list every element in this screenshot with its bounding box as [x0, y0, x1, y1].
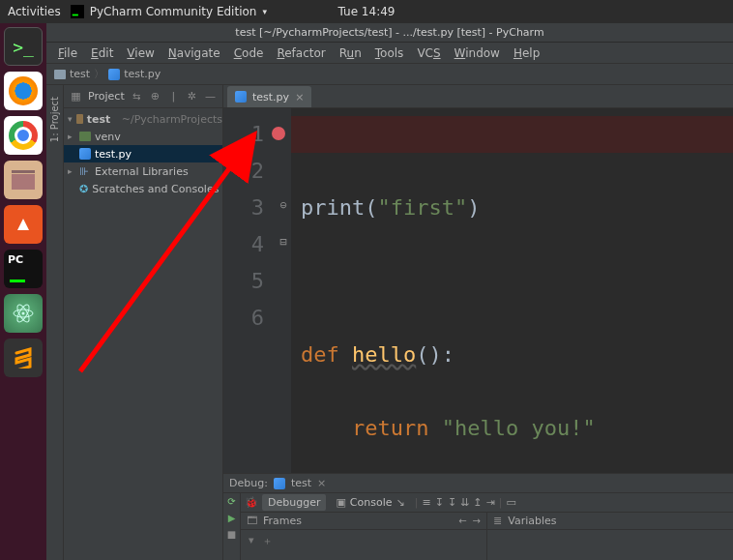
project-tool-window: ▦ Project ⇆ ⊕ | ✲ — ▾ test ~/PycharmProj…: [64, 85, 223, 560]
fold-icon[interactable]: ⊖: [278, 199, 289, 211]
line-number[interactable]: 5: [229, 263, 264, 300]
python-file-icon: [108, 69, 120, 80]
tree-venv[interactable]: ▸ venv: [64, 128, 222, 145]
menu-window[interactable]: Window: [449, 44, 506, 62]
folder-icon: [76, 114, 83, 124]
python-file-icon: [79, 148, 91, 160]
hide-icon[interactable]: —: [204, 90, 217, 103]
project-view-icon: ▦: [70, 90, 82, 103]
python-file-icon: [235, 91, 247, 103]
activities-button[interactable]: Activities: [8, 5, 61, 18]
debug-tool-window: Debug: test × ⟳ ▶ ■ 🐞 Debugger: [223, 473, 733, 560]
clock[interactable]: Tue 14:49: [338, 5, 396, 18]
debugger-tab[interactable]: Debugger: [262, 494, 326, 511]
add-icon[interactable]: ＋: [262, 534, 273, 548]
gear-icon[interactable]: ✲: [186, 90, 198, 103]
divider-icon: |: [167, 90, 180, 103]
editor-tab-testpy[interactable]: test.py ×: [227, 86, 311, 107]
breadcrumb-file[interactable]: test.py: [108, 68, 161, 80]
force-step-icon[interactable]: ⇊: [460, 496, 469, 509]
launcher-software-icon[interactable]: [4, 205, 43, 244]
project-tool-header: ▦ Project ⇆ ⊕ | ✲ —: [64, 85, 222, 108]
step-over-icon[interactable]: ≡: [422, 496, 430, 509]
tree-scratches[interactable]: ✪ Scratches and Consoles: [64, 180, 222, 197]
frames-label: Frames: [263, 515, 453, 527]
thread-dropdown[interactable]: ▾: [249, 534, 254, 548]
prev-frame-icon[interactable]: ←: [458, 516, 466, 526]
tree-external-libraries[interactable]: ▸ ⊪ External Libraries: [64, 162, 222, 180]
line-number[interactable]: 1: [229, 116, 264, 153]
gutter[interactable]: 1 2 3 4 5 6 ⊖ ⊟: [223, 108, 291, 473]
attach-icon[interactable]: ↘: [396, 496, 405, 509]
breadcrumb-separator-icon: 〉: [94, 67, 104, 81]
breakpoint-line-highlight: [291, 116, 733, 153]
launcher-sublime-icon[interactable]: [4, 339, 43, 377]
project-tool-title: Project: [88, 90, 125, 103]
project-tool-button[interactable]: 1: Project: [49, 97, 60, 142]
console-tab[interactable]: ▣ Console ↘: [330, 494, 410, 511]
launcher-firefox-icon[interactable]: [4, 72, 43, 110]
menu-file[interactable]: File: [52, 44, 83, 62]
pycharm-window: test [~/PycharmProjects/test] - .../test…: [46, 23, 733, 560]
step-out-icon[interactable]: ↥: [473, 496, 482, 509]
bug-icon: 🐞: [245, 496, 258, 509]
variables-panel: ≣ Variables: [487, 513, 733, 560]
disclosure-closed-icon[interactable]: ▸: [68, 132, 75, 141]
svg-rect-2: [12, 174, 35, 190]
menu-tools[interactable]: Tools: [369, 44, 410, 62]
step-into-icon[interactable]: ↧: [435, 496, 444, 509]
launcher-files-icon[interactable]: [4, 161, 43, 199]
resume-icon[interactable]: ▶: [228, 513, 236, 523]
menu-code[interactable]: Code: [228, 44, 270, 62]
evaluate-icon[interactable]: ▭: [507, 496, 516, 509]
disclosure-closed-icon[interactable]: ▸: [68, 166, 75, 176]
launcher-atom-icon[interactable]: [4, 294, 43, 333]
menu-refactor[interactable]: Refactor: [271, 44, 331, 62]
breakpoint-icon[interactable]: [272, 127, 285, 140]
menu-help[interactable]: Help: [508, 44, 545, 62]
tree-file-testpy[interactable]: test.py: [64, 145, 222, 162]
line-number[interactable]: 3: [229, 190, 264, 226]
code-content[interactable]: print("first") def hello(): return "hell…: [291, 108, 733, 473]
menu-edit[interactable]: Edit: [85, 44, 119, 62]
step-into-my-icon[interactable]: ↧: [448, 496, 456, 509]
line-number[interactable]: 2: [229, 153, 264, 190]
window-title: test [~/PycharmProjects/test] - .../test…: [235, 26, 543, 39]
fold-end-icon[interactable]: ⊟: [278, 236, 289, 248]
stop-icon[interactable]: ■: [227, 529, 236, 540]
close-icon[interactable]: ×: [317, 477, 326, 489]
target-icon[interactable]: ⊕: [149, 90, 161, 103]
collapse-icon[interactable]: ⇆: [131, 91, 143, 102]
debug-tab-row: 🐞 Debugger ▣ Console ↘ | ≡ ↧ ↧ ⇊: [241, 493, 733, 513]
console-icon: ▣: [336, 496, 345, 509]
next-frame-icon[interactable]: →: [473, 516, 481, 526]
close-icon[interactable]: ×: [295, 91, 304, 103]
debug-config-name: test: [291, 477, 311, 489]
menu-run[interactable]: Run: [334, 44, 367, 62]
debug-header: Debug: test ×: [223, 474, 733, 493]
debug-side-toolbar: ⟳ ▶ ■: [223, 493, 241, 560]
launcher-terminal-icon[interactable]: >_: [4, 27, 43, 66]
frames-panel: 🗔 Frames ← → ▾ ＋: [241, 513, 487, 560]
menu-view[interactable]: View: [121, 44, 160, 62]
scratches-icon: ✪: [79, 183, 88, 195]
navigation-breadcrumb: test 〉 test.py: [46, 64, 733, 85]
line-number[interactable]: 6: [229, 300, 264, 337]
line-number[interactable]: 4: [229, 226, 264, 263]
tree-root[interactable]: ▾ test ~/PycharmProjects: [64, 110, 222, 128]
disclosure-open-icon[interactable]: ▾: [68, 114, 73, 124]
folder-icon: [79, 132, 91, 141]
launcher-pycharm-icon[interactable]: PC: [4, 250, 43, 288]
menu-navigate[interactable]: Navigate: [162, 44, 226, 62]
rerun-debug-icon[interactable]: ⟳: [227, 496, 235, 507]
active-app-label: PyCharm Community Edition: [90, 5, 257, 18]
breadcrumb-project[interactable]: test: [54, 68, 90, 80]
menu-vcs[interactable]: VCS: [411, 44, 446, 62]
run-to-cursor-icon[interactable]: ⇥: [486, 496, 495, 509]
os-top-bar: Activities PyCharm Community Edition ▾ T…: [0, 0, 733, 23]
code-editor[interactable]: 1 2 3 4 5 6 ⊖ ⊟ print("first") def hello…: [223, 108, 733, 473]
active-app-indicator[interactable]: PyCharm Community Edition ▾: [71, 5, 267, 18]
launcher-chrome-icon[interactable]: [4, 116, 43, 155]
editor-area: test.py × 1 2 3 4 5 6 ⊖ ⊟ print("first: [223, 85, 733, 560]
window-title-bar: test [~/PycharmProjects/test] - .../test…: [46, 23, 733, 43]
